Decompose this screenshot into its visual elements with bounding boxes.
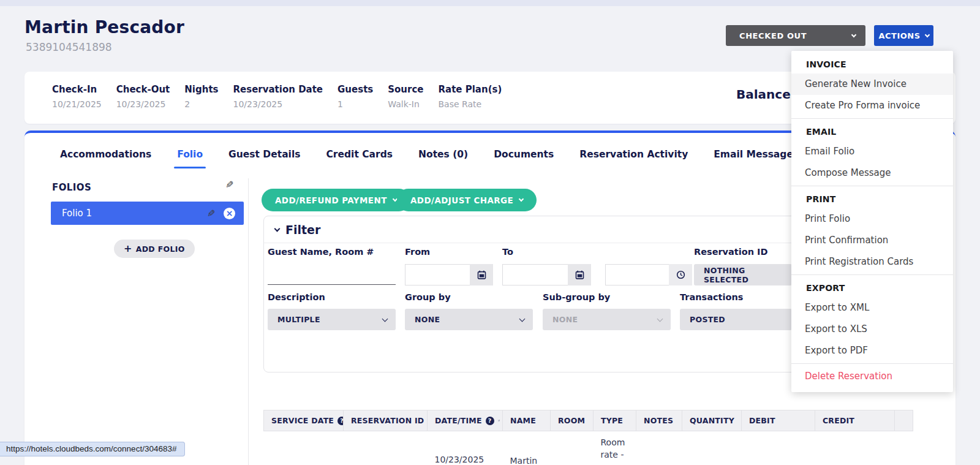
tab-folio[interactable]: Folio bbox=[177, 149, 203, 168]
chevron-down-icon bbox=[519, 316, 526, 322]
browser-status-url: https://hotels.cloudbeds.com/connect/304… bbox=[0, 442, 185, 456]
from-date-picker-button[interactable] bbox=[470, 264, 493, 285]
filter-title: Filter bbox=[285, 223, 320, 236]
status-label: CHECKED OUT bbox=[739, 31, 807, 40]
actions-button[interactable]: ACTIONS bbox=[874, 25, 933, 46]
reservation-id-selected-value: NOTHING SELECTED bbox=[704, 266, 783, 284]
cell-actions bbox=[895, 431, 913, 465]
column-actions bbox=[895, 410, 913, 431]
guest-name-input[interactable] bbox=[268, 264, 396, 285]
menu-item-export-to-xls[interactable]: Export to XLS bbox=[791, 319, 953, 340]
tab-reservation-activity[interactable]: Reservation Activity bbox=[579, 149, 688, 168]
menu-item-export-to-pdf[interactable]: Export to PDF bbox=[791, 340, 953, 361]
close-folio-button[interactable]: × bbox=[224, 208, 235, 219]
table-row[interactable]: 10/23/2025 Martin Room rate - bbox=[264, 431, 913, 465]
to-date-input[interactable] bbox=[502, 264, 568, 285]
column-reservation-id[interactable]: RESERVATION ID bbox=[344, 410, 428, 431]
menu-item-delete-reservation[interactable]: Delete Reservation bbox=[791, 366, 953, 387]
sort-icon[interactable] bbox=[498, 417, 500, 425]
menu-item-generate-new-invoice[interactable]: Generate New Invoice bbox=[791, 74, 953, 95]
menu-item-print-registration-cards[interactable]: Print Registration Cards bbox=[791, 251, 953, 273]
column-credit[interactable]: CREDIT bbox=[815, 410, 895, 431]
chevron-down-icon bbox=[657, 316, 663, 322]
reservation-number: 5389104541898 bbox=[26, 41, 112, 53]
balance-label: Balance bbox=[736, 87, 791, 102]
calendar-icon bbox=[477, 270, 486, 279]
edit-folio-button[interactable] bbox=[207, 208, 215, 219]
sub-group-by-label: Sub-group by bbox=[543, 292, 610, 302]
cell-date-time: 10/23/2025 bbox=[428, 431, 503, 465]
description-label: Description bbox=[268, 292, 325, 302]
menu-divider bbox=[791, 186, 953, 186]
cell-credit bbox=[815, 431, 895, 465]
column-name[interactable]: NAME bbox=[503, 410, 551, 431]
from-date-label: From bbox=[405, 247, 430, 257]
tab-bar: Accommodations Folio Guest Details Credi… bbox=[60, 149, 799, 168]
reservation-id-select[interactable]: NOTHING SELECTED bbox=[694, 264, 792, 285]
menu-item-compose-message[interactable]: Compose Message bbox=[791, 162, 953, 184]
folio-list-item[interactable]: Folio 1 × bbox=[51, 202, 244, 225]
add-refund-payment-button[interactable]: ADD/REFUND PAYMENT bbox=[262, 189, 410, 211]
actions-dropdown-menu: INVOICE Generate New Invoice Create Pro … bbox=[791, 51, 953, 392]
column-service-date[interactable]: SERVICE DATE ? bbox=[264, 410, 344, 431]
add-folio-label: ADD FOLIO bbox=[136, 244, 185, 254]
description-selected-value: MULTIPLE bbox=[277, 315, 320, 324]
to-date-picker-button[interactable] bbox=[568, 264, 591, 285]
column-room[interactable]: ROOM bbox=[551, 410, 594, 431]
menu-item-export-to-xml[interactable]: Export to XML bbox=[791, 297, 953, 319]
status-dropdown-button[interactable]: CHECKED OUT bbox=[726, 25, 865, 46]
edit-folios-button[interactable] bbox=[225, 179, 233, 191]
tab-guest-details[interactable]: Guest Details bbox=[228, 149, 300, 168]
menu-divider bbox=[791, 274, 953, 275]
description-select[interactable]: MULTIPLE bbox=[268, 309, 396, 330]
cell-service-date bbox=[264, 431, 344, 465]
add-refund-payment-label: ADD/REFUND PAYMENT bbox=[275, 195, 387, 205]
summary-field-check-in: Check-In 10/21/2025 bbox=[52, 84, 102, 109]
column-date-time[interactable]: DATE/TIME ? bbox=[428, 410, 503, 431]
chevron-down-icon bbox=[382, 316, 388, 322]
summary-field-reservation-date: Reservation Date 10/23/2025 bbox=[233, 84, 323, 109]
chevron-down-icon bbox=[519, 197, 524, 202]
from-date-input[interactable] bbox=[405, 264, 470, 285]
to-date-label: To bbox=[502, 247, 513, 257]
column-quantity[interactable]: QUANTITY bbox=[682, 410, 742, 431]
group-by-label: Group by bbox=[405, 292, 451, 302]
chevron-down-icon bbox=[924, 32, 929, 37]
column-type[interactable]: TYPE bbox=[594, 410, 636, 431]
clock-icon bbox=[676, 270, 685, 279]
folio-name: Folio 1 bbox=[62, 208, 207, 219]
transactions-label: Transactions bbox=[680, 292, 743, 302]
menu-item-create-pro-forma-invoice[interactable]: Create Pro Forma invoice bbox=[791, 95, 953, 116]
transactions-select[interactable]: POSTED bbox=[680, 309, 792, 330]
transactions-selected-value: POSTED bbox=[690, 315, 725, 324]
tab-notes[interactable]: Notes (0) bbox=[418, 149, 468, 168]
cell-reservation-id bbox=[344, 431, 428, 465]
top-strip bbox=[0, 0, 980, 6]
add-adjust-charge-label: ADD/ADJUST CHARGE bbox=[410, 195, 513, 205]
tab-email-messages[interactable]: Email Messages bbox=[714, 149, 799, 168]
menu-item-print-confirmation[interactable]: Print Confirmation bbox=[791, 230, 953, 251]
help-icon[interactable]: ? bbox=[337, 417, 343, 425]
menu-item-email-folio[interactable]: Email Folio bbox=[791, 141, 953, 162]
page-title: Martin Pescador bbox=[24, 17, 184, 37]
cell-type: Room rate - bbox=[594, 431, 636, 465]
tab-accommodations[interactable]: Accommodations bbox=[60, 149, 151, 168]
menu-item-print-folio[interactable]: Print Folio bbox=[791, 208, 953, 230]
table-header-row: SERVICE DATE ? RESERVATION ID DATE/TIME … bbox=[264, 410, 913, 431]
add-folio-button[interactable]: + ADD FOLIO bbox=[114, 240, 195, 258]
time-field bbox=[605, 264, 692, 285]
chevron-down-icon bbox=[851, 32, 856, 37]
actions-label: ACTIONS bbox=[878, 31, 920, 40]
menu-section-print: PRINT bbox=[791, 188, 953, 208]
group-by-select[interactable]: NONE bbox=[405, 309, 533, 330]
time-input[interactable] bbox=[605, 264, 669, 285]
group-by-selected-value: NONE bbox=[415, 315, 440, 324]
help-icon[interactable]: ? bbox=[486, 417, 494, 425]
cell-debit bbox=[742, 431, 815, 465]
tab-credit-cards[interactable]: Credit Cards bbox=[326, 149, 393, 168]
add-adjust-charge-button[interactable]: ADD/ADJUST CHARGE bbox=[397, 189, 537, 211]
tab-documents[interactable]: Documents bbox=[494, 149, 554, 168]
column-notes[interactable]: NOTES bbox=[636, 410, 682, 431]
column-debit[interactable]: DEBIT bbox=[742, 410, 815, 431]
time-picker-button[interactable] bbox=[669, 264, 692, 285]
